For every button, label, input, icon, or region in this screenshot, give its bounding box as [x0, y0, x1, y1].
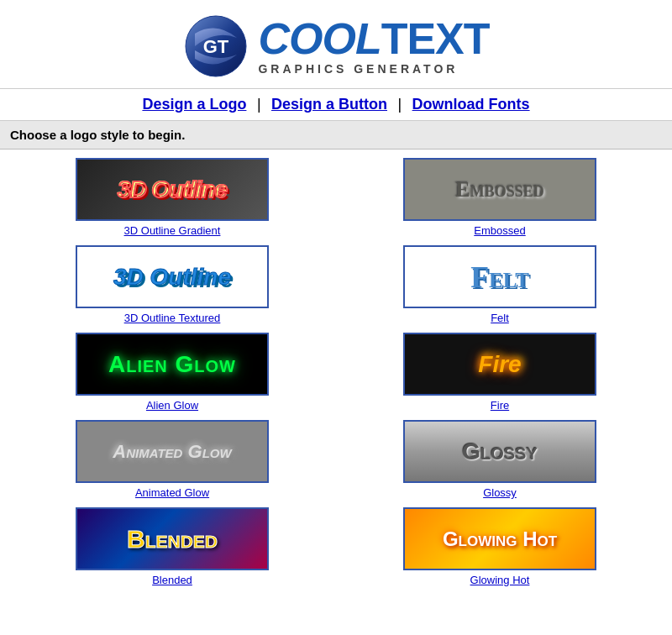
style-label-blended: Blended: [152, 574, 192, 586]
download-fonts-link[interactable]: Download Fonts: [412, 96, 530, 113]
style-label-3d-outline-textured: 3D Outline Textured: [124, 312, 221, 324]
style-preview-felt: Felt: [403, 245, 596, 308]
style-item-fire[interactable]: FireFire: [344, 333, 655, 412]
style-label-felt: Felt: [491, 312, 509, 324]
style-item-glowing-hot[interactable]: Glowing HotGlowing Hot: [344, 507, 655, 586]
style-preview-glossy: Glossy: [403, 420, 596, 483]
style-item-3d-outline-gradient[interactable]: 3D Outline3D Outline Gradient: [17, 158, 328, 237]
svg-text:GT: GT: [203, 36, 229, 57]
nav-sep-2: |: [397, 96, 402, 113]
logo-subtitle: GRAPHICS GENERATOR: [258, 62, 458, 76]
logo-text-group: COOLTEXT GRAPHICS GENERATOR: [258, 17, 489, 76]
style-item-alien-glow[interactable]: Alien GlowAlien Glow: [17, 333, 328, 412]
style-label-glossy: Glossy: [483, 486, 517, 499]
style-preview-blended: Blended: [76, 507, 269, 570]
tagline-bar: Choose a logo style to begin.: [0, 121, 672, 150]
style-item-embossed[interactable]: EmbossedEmbossed: [344, 158, 655, 237]
style-item-animated-glow[interactable]: Animated GlowAnimated Glow: [17, 420, 328, 499]
nav-bar: Design a Logo | Design a Button | Downlo…: [0, 88, 672, 121]
style-preview-alien-glow: Alien Glow: [76, 333, 269, 396]
style-preview-animated-glow: Animated Glow: [76, 420, 269, 483]
style-label-alien-glow: Alien Glow: [146, 399, 198, 412]
logo-container: GT COOLTEXT GRAPHICS GENERATOR: [182, 13, 489, 80]
style-preview-embossed: Embossed: [403, 158, 596, 221]
style-preview-fire: Fire: [403, 333, 596, 396]
style-label-embossed: Embossed: [474, 224, 525, 237]
styles-grid: 3D Outline3D Outline GradientEmbossedEmb…: [0, 150, 672, 595]
logo-icon: GT: [182, 13, 249, 80]
style-preview-3d-outline-textured: 3D Outline: [76, 245, 269, 308]
style-item-3d-outline-textured[interactable]: 3D Outline3D Outline Textured: [17, 245, 328, 324]
nav-sep-1: |: [257, 96, 261, 113]
tagline-text: Choose a logo style to begin.: [10, 128, 185, 142]
style-label-3d-outline-gradient: 3D Outline Gradient: [124, 224, 221, 237]
style-label-glowing-hot: Glowing Hot: [470, 574, 530, 586]
style-item-glossy[interactable]: GlossyGlossy: [344, 420, 655, 499]
header: GT COOLTEXT GRAPHICS GENERATOR: [0, 0, 672, 88]
style-label-fire: Fire: [491, 399, 509, 412]
style-item-blended[interactable]: BlendedBlended: [17, 507, 328, 586]
logo-cool-span: COOLTEXT: [258, 17, 489, 60]
design-button-link[interactable]: Design a Button: [271, 96, 387, 113]
style-item-felt[interactable]: FeltFelt: [344, 245, 655, 324]
style-label-animated-glow: Animated Glow: [135, 486, 209, 499]
style-preview-3d-outline-gradient: 3D Outline: [76, 158, 269, 221]
design-logo-link[interactable]: Design a Logo: [142, 96, 246, 113]
style-preview-glowing-hot: Glowing Hot: [403, 507, 596, 570]
